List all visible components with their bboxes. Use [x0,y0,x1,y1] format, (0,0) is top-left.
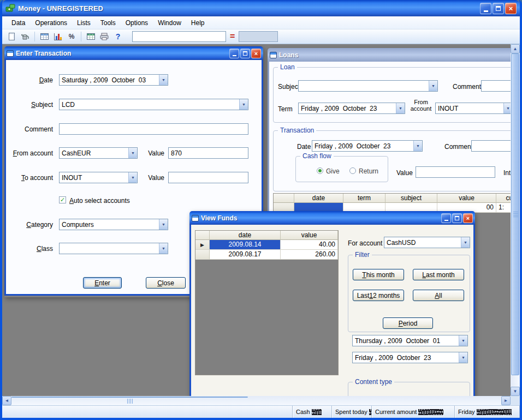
from-value-amount: 870 [171,149,182,157]
chevron-down-icon[interactable]: ▼ [396,103,405,113]
mdi-horizontal-scrollbar[interactable]: ◄ ► [2,396,511,405]
cell-date[interactable]: 2009.08.17 [210,250,281,260]
category-combo[interactable]: Computers ▼ [59,219,168,230]
loan-from-account-combo[interactable]: INOUT ▼ [435,103,513,114]
column-header-value[interactable]: value [281,231,338,240]
for-account-combo[interactable]: CashUSD ▼ [384,237,470,248]
chevron-down-icon[interactable]: ▼ [159,243,168,254]
scroll-up-button[interactable]: ▲ [511,44,520,53]
chevron-down-icon[interactable]: ▼ [429,81,437,91]
vertical-scroll-thumb[interactable] [511,53,519,375]
comment-input[interactable] [59,123,248,135]
close-transaction-button[interactable]: Close [146,277,186,289]
chevron-down-icon[interactable]: ▼ [159,219,168,230]
this-month-button[interactable]: This month [353,269,404,280]
menu-help[interactable]: Help [186,17,210,28]
loans-titlebar[interactable]: Loans [268,48,520,62]
all-button[interactable]: All [413,290,464,301]
fill-can-icon [21,33,29,40]
chevron-down-icon[interactable]: ▼ [461,237,470,248]
print-button[interactable] [98,31,110,43]
period-from-combo[interactable]: Thursday , 2009 October 01 ▼ [352,335,468,346]
enter-transaction-titlebar[interactable]: Enter Transaction × [4,46,263,60]
fill-can-button[interactable] [19,31,31,43]
column-header-date[interactable]: date [294,194,343,203]
maximize-button[interactable] [240,49,250,58]
class-combo[interactable]: ▼ [59,243,168,254]
auto-select-label[interactable]: Auto select accounts [69,197,130,205]
chevron-down-icon[interactable]: ▼ [239,99,248,110]
grid-button[interactable] [85,31,97,43]
cell-value[interactable]: 40.00 [281,240,338,250]
menu-tools[interactable]: Tools [96,17,121,28]
minimize-button[interactable] [229,49,239,58]
period-button[interactable]: Period [383,317,433,329]
mdi-vertical-scrollbar[interactable]: ▲ ▼ [511,44,520,396]
table-row[interactable]: 2009.08.17 260.00 [195,250,338,260]
give-radio-label[interactable]: Give [326,167,340,175]
horizontal-scroll-track[interactable] [11,396,501,405]
row-selector[interactable] [195,250,210,260]
horizontal-scroll-thumb[interactable] [11,397,248,398]
give-radio[interactable] [317,167,323,174]
view-funds-titlebar[interactable]: View Funds × [189,211,475,225]
window-icon [7,50,14,57]
chevron-down-icon[interactable]: ▼ [159,75,168,85]
scroll-down-button[interactable]: ▼ [511,387,520,396]
close-button[interactable]: × [505,3,517,14]
minimize-button[interactable] [441,213,451,223]
column-header-value[interactable]: value [437,194,496,203]
loan-value-input[interactable] [416,166,495,178]
to-value-input[interactable] [168,172,248,183]
table-button[interactable] [38,31,50,43]
chevron-down-icon[interactable]: ▼ [413,141,422,151]
subject-combo[interactable]: LCD ▼ [59,99,248,110]
column-header-subject[interactable]: subject [385,194,437,203]
scroll-left-button[interactable]: ◄ [2,396,11,405]
new-document-button[interactable] [5,31,17,43]
enter-button[interactable]: Enter [83,277,122,289]
menu-options[interactable]: Options [121,17,153,28]
vertical-scroll-track[interactable] [511,53,520,387]
loan-subject-combo[interactable]: ▼ [298,80,438,92]
toolbar-search-input[interactable] [132,31,226,42]
chevron-down-icon[interactable]: ▼ [459,335,467,346]
status-spent-label: Spent today [335,409,367,415]
last-12-months-button[interactable]: Last 12 months [353,290,404,301]
chevron-down-icon[interactable]: ▼ [459,352,467,363]
menu-window[interactable]: Window [153,17,186,28]
return-radio-label[interactable]: Return [359,167,378,175]
period-to-combo[interactable]: Friday , 2009 October 23 ▼ [352,352,468,363]
equals-button[interactable]: = [228,32,237,41]
window-title: Money - UNREGISTERED [18,4,479,13]
minimize-button[interactable] [480,3,491,14]
return-radio[interactable] [349,167,356,174]
column-header-date[interactable]: date [210,231,281,240]
close-button[interactable]: × [251,49,261,58]
close-button[interactable]: × [463,213,473,223]
main-titlebar[interactable]: Money - UNREGISTERED × [2,0,520,16]
cell-date[interactable]: 2009.08.14 [210,240,281,250]
maximize-button[interactable] [452,213,462,223]
funds-grid-header: date value [195,231,338,240]
date-combo[interactable]: Saturday , 2009 October 03 ▼ [59,74,168,86]
auto-select-checkbox[interactable]: ✓ [59,196,66,203]
chart-button[interactable] [52,31,64,43]
help-button[interactable]: ? [112,31,124,43]
column-header-term[interactable]: term [343,194,385,203]
table-row[interactable]: ▶ 2009.08.14 40.00 [195,240,338,250]
view-funds-title: View Funds [201,214,440,222]
row-selector[interactable]: ▶ [195,240,210,250]
menu-lists[interactable]: Lists [72,17,96,28]
minimize-icon [233,55,236,56]
loan-term-combo[interactable]: Friday , 2009 October 23 ▼ [298,103,405,114]
maximize-button[interactable] [493,3,504,14]
scroll-right-button[interactable]: ► [501,396,511,405]
from-value-input[interactable]: 870 [168,147,248,159]
cell-value[interactable]: 260.00 [281,250,338,260]
percent-button[interactable]: % [66,31,78,43]
last-month-button[interactable]: Last month [413,269,464,280]
transaction-date-combo[interactable]: Friday , 2009 October 23 ▼ [312,140,423,152]
menu-data[interactable]: Data [7,17,30,28]
menu-operations[interactable]: Operations [30,17,72,28]
